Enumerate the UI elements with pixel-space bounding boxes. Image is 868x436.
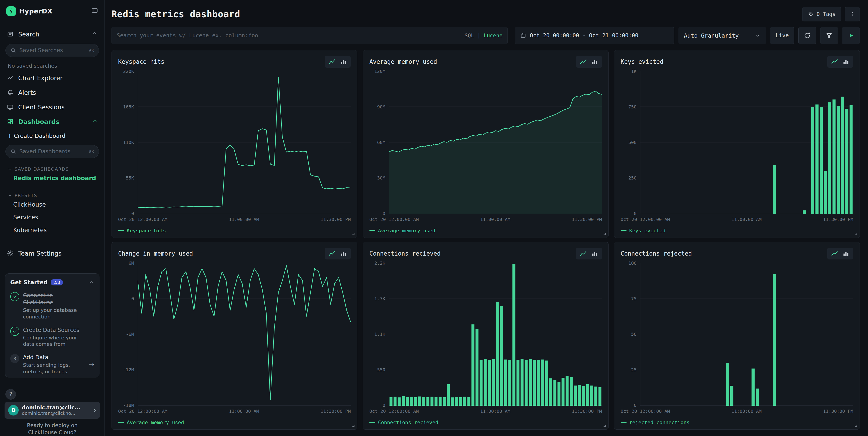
chart-panel-keyspace-hits[interactable]: Keyspace hits 220K165K110K55K0 Oct 20 12… (112, 50, 357, 238)
filter-button[interactable] (820, 27, 838, 44)
x-tick-label: 11:30:00 PM (572, 216, 602, 222)
sidebar-item-alerts[interactable]: Alerts (5, 85, 100, 100)
legend-label: Keyspace hits (127, 228, 166, 233)
line-chart-icon[interactable] (329, 58, 336, 65)
date-range-picker[interactable]: Oct 20 00:00:00 - Oct 21 00:00:00 (515, 27, 674, 44)
y-tick-label: 6M (129, 260, 134, 266)
more-options-button[interactable] (845, 7, 860, 22)
chevron-up-icon[interactable] (92, 31, 98, 38)
hyperdx-logo[interactable] (6, 6, 16, 16)
user-menu[interactable]: D dominic.tran@clic... dominic.tran@clic… (5, 402, 100, 419)
y-tick-label: 55K (126, 175, 134, 181)
bar-chart-icon[interactable] (340, 58, 347, 65)
chart-canvas[interactable] (138, 71, 351, 214)
x-tick-label: 11:30:00 PM (321, 408, 351, 414)
x-tick-label: Oct 20 12:00:00 AM (369, 216, 419, 222)
bar-chart-icon[interactable] (591, 58, 598, 65)
resize-handle-icon[interactable] (602, 424, 607, 428)
resize-handle-icon[interactable] (602, 232, 607, 236)
presets-section-header[interactable]: PRESETS (5, 193, 100, 198)
sidebar-item-services[interactable]: Services (5, 211, 100, 224)
y-tick-label: 220K (123, 68, 134, 74)
user-email: dominic.tran@clickho... (22, 410, 90, 416)
get-started-item-create-data-sources[interactable]: Create Data Sources Configure where your… (10, 327, 94, 348)
calendar-icon (520, 33, 526, 38)
line-chart-icon[interactable] (329, 250, 336, 257)
arrow-right-icon[interactable]: → (89, 361, 94, 368)
y-tick-label: -12M (123, 367, 134, 373)
bar-chart-icon[interactable] (842, 250, 849, 257)
sidebar-item-clickhouse[interactable]: ClickHouse (5, 198, 100, 211)
chart-panel-connections-recieved[interactable]: Connections recieved 2.2K1.7K1.1K5500 Oc… (363, 242, 609, 430)
line-chart-icon[interactable] (831, 250, 838, 257)
create-dashboard-button[interactable]: + Create Dashboard (5, 129, 100, 143)
nav-label: Dashboards (18, 118, 59, 125)
y-tick-label: 750 (628, 104, 637, 110)
live-button[interactable]: Live (770, 27, 794, 44)
sidebar-item-search[interactable]: Search (5, 27, 100, 41)
y-tick-label: 1.1K (374, 331, 385, 337)
collapse-sidebar-icon[interactable] (91, 7, 98, 15)
bar-chart-icon[interactable] (591, 250, 598, 257)
resize-handle-icon[interactable] (854, 232, 858, 236)
chart-legend: Average memory used (118, 418, 351, 426)
sidebar-item-chart-explorer[interactable]: Chart Explorer (5, 70, 100, 85)
y-tick-label: 30M (377, 175, 385, 181)
logs-icon (7, 31, 14, 37)
event-search-input[interactable]: Search your events w/ Lucene ex. column:… (112, 27, 508, 44)
line-chart-icon[interactable] (580, 250, 587, 257)
chart-title: Keys evicted (621, 58, 663, 65)
line-chart-icon[interactable] (831, 58, 838, 65)
chart-panel-change-in-memory-used[interactable]: Change in memory used 6M0-6M-12M-18M Oct… (112, 242, 357, 430)
sidebar-item-dashboards[interactable]: Dashboards (5, 114, 100, 129)
x-axis-labels: Oct 20 12:00:00 AM11:00:00 AM11:30:00 PM (621, 408, 853, 414)
chart-canvas[interactable] (640, 71, 853, 214)
lucene-mode-toggle[interactable]: Lucene (484, 33, 502, 38)
get-started-item-connect-clickhouse[interactable]: Connect to ClickHouse Set up your databa… (10, 292, 94, 320)
get-started-item-add-data[interactable]: 3 Add Data Start sending logs, metrics, … (10, 354, 94, 375)
chart-canvas[interactable] (389, 71, 602, 214)
bar-chart-icon[interactable] (340, 250, 347, 257)
refresh-button[interactable] (798, 27, 816, 44)
line-chart-icon[interactable] (580, 58, 587, 65)
sidebar-item-redis-metrics-dashboard[interactable]: Redis metrics dashboard (5, 172, 100, 184)
sidebar-item-team-settings[interactable]: Team Settings (5, 246, 100, 261)
granularity-select[interactable]: Auto Granularity (678, 27, 766, 44)
chart-canvas[interactable] (138, 263, 351, 406)
tags-button[interactable]: 0 Tags (802, 7, 841, 22)
no-saved-searches-note: No saved searches (8, 63, 100, 69)
resize-handle-icon[interactable] (351, 232, 355, 236)
page-title: Redis metrics dashboard (112, 9, 240, 19)
sql-mode-toggle[interactable]: SQL (465, 33, 474, 38)
resize-handle-icon[interactable] (351, 424, 355, 428)
x-tick-label: 11:30:00 PM (321, 216, 351, 222)
saved-dashboards-input[interactable]: Saved Dashboards ⌘K (5, 145, 99, 158)
x-tick-label: 11:00:00 AM (229, 408, 259, 414)
saved-searches-input[interactable]: Saved Searches ⌘K (5, 44, 99, 57)
get-started-header[interactable]: Get Started 2/3 (10, 279, 94, 286)
run-query-button[interactable] (842, 27, 860, 44)
chart-panel-keys-evicted[interactable]: Keys evicted 1K7505002500 Oct 20 12:00:0… (614, 50, 860, 238)
chevron-up-icon[interactable] (92, 118, 98, 125)
chart-type-toggle (827, 56, 853, 68)
help-button[interactable]: ? (5, 389, 16, 400)
saved-dashboards-section-header[interactable]: SAVED DASHBOARDS (5, 166, 100, 172)
chart-canvas[interactable] (640, 263, 853, 406)
chart-panel-average-memory-used[interactable]: Average memory used 120M90M60M30M0 Oct 2… (363, 50, 609, 238)
y-tick-label: 0 (634, 403, 637, 408)
x-axis-labels: Oct 20 12:00:00 AM11:00:00 AM11:30:00 PM (369, 216, 602, 222)
y-axis-labels: 2.2K1.7K1.1K5500 (369, 260, 389, 408)
chevron-up-icon[interactable] (88, 280, 94, 285)
bar-chart-icon[interactable] (842, 58, 849, 65)
chart-canvas[interactable] (389, 263, 602, 406)
y-axis-labels: 220K165K110K55K0 (118, 68, 138, 216)
sidebar-item-kubernetes[interactable]: Kubernetes (5, 224, 100, 236)
resize-handle-icon[interactable] (854, 424, 858, 428)
create-dashboard-label: + Create Dashboard (7, 133, 66, 139)
chart-panel-connections-rejected[interactable]: Connections rejected 1007550250 Oct 20 1… (614, 242, 860, 430)
sidebar-item-client-sessions[interactable]: Client Sessions (5, 100, 100, 114)
refresh-icon (804, 32, 811, 39)
y-tick-label: 90M (377, 104, 385, 110)
progress-badge: 2/3 (51, 279, 63, 285)
step-title: Create Data Sources (23, 327, 80, 334)
